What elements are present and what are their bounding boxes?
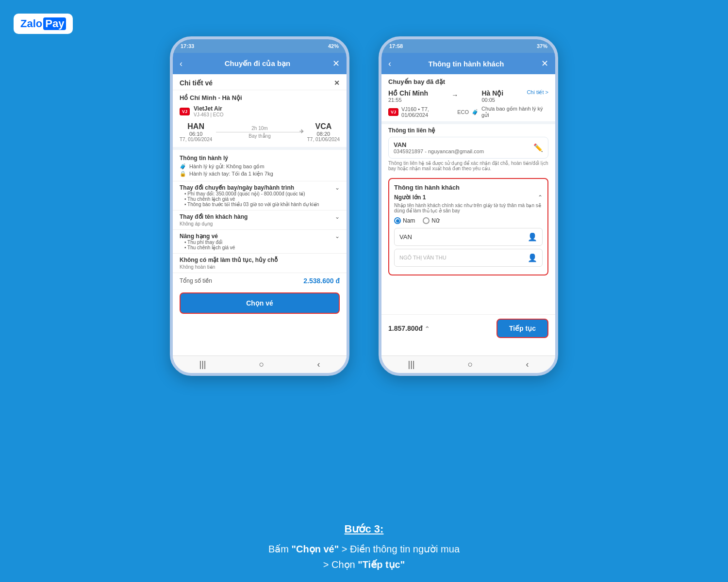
radio-male[interactable]: Nam [394, 217, 415, 224]
contact-name: VAN [394, 141, 484, 148]
screen-left: Chi tiết vé ✕ Hồ Chí Minh - Hà Nội VJ Vi… [173, 74, 347, 359]
contact-section: Thông tin liên hệ VAN 0345921897 - nguya… [381, 121, 555, 174]
change-bullet-2: • Thu chênh lệch giá vé [180, 196, 340, 202]
circle-icon-left[interactable]: ○ [259, 359, 265, 370]
detail-title: Chi tiết vé [180, 79, 213, 87]
change-title: Thay đổi chuyến bay/ngày bay/hành trình [180, 184, 294, 191]
noshow-section: Không có mặt làm thủ tục, hủy chỗ Không … [173, 253, 347, 273]
upgrade-bullet-2: • Thu chênh lệch giá vé [180, 245, 340, 250]
chi-tiet-link[interactable]: Chi tiết > [527, 89, 548, 96]
nav-title-right: Thông tin hành khách [429, 60, 504, 68]
flight-number: VJ160 • T7, 01/06/2024 [401, 106, 454, 118]
from-code: HAN [180, 122, 212, 131]
flight-times: HAN 06:10 T7, 01/06/2024 2h 10m Bay thẳn… [173, 119, 347, 145]
step-label: Bước 3: [0, 523, 728, 535]
noshow-sub: Không hoàn tiền [180, 264, 340, 270]
phone-left: 17:33 42% ‹ Chuyến đi của bạn ✕ Chi tiết… [170, 36, 349, 376]
baggage-item-2: 🔒 Hành lý xách tay: Tối đa 1 kiện 7kg [180, 171, 340, 177]
baggage-icon-right: 🧳 [472, 109, 479, 115]
signal-left: 42% [328, 43, 339, 49]
edit-icon[interactable]: ✏️ [533, 143, 543, 152]
passenger-title: Thông tin hành khách [394, 184, 543, 191]
baggage-icon: 🧳 [180, 163, 186, 170]
baggage-item-1: 🧳 Hành lý ký gửi: Không bao gồm [180, 163, 340, 170]
flight-middle: 2h 10m Bay thẳng [216, 126, 303, 139]
from-time: 06:10 [180, 131, 212, 137]
chevron-down-icon-2[interactable]: ⌄ [335, 213, 340, 220]
close-icon-right[interactable]: ✕ [541, 58, 548, 69]
instruction-line1-prefix: Bấm [268, 544, 292, 554]
flight-line [216, 132, 303, 132]
back-icon-right-nav[interactable]: ‹ [526, 359, 529, 370]
time-left: 17:33 [181, 43, 194, 49]
home-icon-left[interactable]: ||| [199, 359, 206, 370]
baggage-section: Thông tin hành lý 🧳 Hành lý ký gửi: Khôn… [173, 152, 347, 181]
to-city-right: Hà Nội [481, 89, 503, 97]
passenger-section: Thông tin hành khách Người lớn 1 ⌃ Nhập … [388, 178, 548, 275]
radio-circle-male [394, 217, 401, 224]
name-input-1[interactable]: VAN 👤 [394, 228, 543, 246]
back-icon-left[interactable]: ‹ [180, 59, 182, 69]
close-icon-left[interactable]: ✕ [332, 58, 340, 69]
circle-icon-right[interactable]: ○ [468, 359, 473, 370]
back-icon-right[interactable]: ‹ [388, 59, 391, 69]
radio-female[interactable]: Nữ [423, 217, 440, 224]
instruction-tiep-tuc-bold: "Tiếp tục" [358, 559, 405, 570]
person-label: Người lớn 1 [394, 194, 426, 201]
booked-title: Chuyến bay đã đặt [388, 78, 548, 85]
flight-info-row: VJ VJ160 • T7, 01/06/2024 ECO 🧳 Chưa bao… [388, 106, 548, 118]
upgrade-bullet-1: • Thu phí thay đổi [180, 240, 340, 245]
change-bullet-3: • Thông báo trước tối thiểu 03 giờ so vớ… [180, 202, 340, 207]
flight-from: HAN 06:10 T7, 01/06/2024 [180, 122, 212, 142]
instruction-text: Bấm "Chọn vé" > Điền thông tin người mua… [0, 541, 728, 572]
upgrade-section: Nâng hạng vé ⌄ • Thu phí thay đổi • Thu … [173, 229, 347, 253]
passenger-note: Nhập tên hành khách chính xác như trên g… [394, 203, 543, 213]
to-code: VCA [307, 122, 340, 131]
signal-right: 37% [537, 43, 547, 49]
vietjet-badge-right: VJ [388, 108, 398, 116]
contact-title: Thông tin liên hệ [388, 127, 548, 134]
female-label: Nữ [431, 217, 440, 224]
male-label: Nam [403, 217, 415, 224]
vietjet-badge: VJ [180, 108, 190, 115]
airline-code: VJ-463 | ECO [194, 112, 224, 117]
to-time-right: 00:05 [481, 97, 503, 103]
rename-title: Thay đổi tên khách hàng [180, 213, 248, 220]
total-label: Tổng số tiền [180, 277, 212, 284]
contact-detail: 0345921897 - nguyancan@gmail.com [394, 148, 484, 154]
arrow-right-icon: → [451, 91, 458, 99]
to-date: T7, 01/06/2024 [307, 137, 340, 142]
contact-book-icon-2: 👤 [528, 253, 537, 262]
chevron-down-icon[interactable]: ⌄ [335, 184, 340, 191]
bottom-nav-left: ||| ○ ‹ [173, 356, 347, 373]
to-time: 08:20 [307, 131, 340, 137]
chevron-up-icon[interactable]: ⌃ [538, 194, 543, 201]
carry-icon: 🔒 [180, 171, 186, 177]
divider-1 [173, 147, 347, 150]
bottom-nav-right: ||| ○ ‹ [381, 356, 555, 373]
chon-ve-button[interactable]: Chọn vé [180, 292, 340, 314]
from-city-right: Hồ Chí Minh [388, 89, 428, 97]
name-input-2[interactable]: NGÔ THỊ VÂN THU 👤 [394, 249, 543, 267]
from-date: T7, 01/06/2024 [180, 137, 212, 142]
passenger-sub-title: Người lớn 1 ⌃ [394, 194, 543, 201]
back-icon-left-nav[interactable]: ‹ [317, 359, 320, 370]
home-icon-right[interactable]: ||| [408, 359, 415, 370]
noshow-title: Không có mặt làm thủ tục, hủy chỗ [180, 257, 278, 263]
airline-name: VietJet Air [194, 105, 224, 112]
chevron-down-icon-3[interactable]: ⌄ [335, 233, 340, 240]
contact-book-icon: 👤 [528, 232, 537, 242]
tiep-tuc-button[interactable]: Tiếp tục [496, 319, 548, 338]
zalopay-logo: Zalo Pay [14, 14, 73, 34]
contact-card: VAN 0345921897 - nguyancan@gmail.com ✏️ [388, 137, 548, 159]
rename-sub: Không áp dụng [180, 221, 340, 226]
detail-close-icon[interactable]: ✕ [334, 79, 340, 87]
flight-to: VCA 08:20 T7, 01/06/2024 [307, 122, 340, 142]
upgrade-title: Nâng hạng vé [180, 233, 218, 240]
contact-note: Thông tin liên hệ sẽ được sử dụng để xác… [388, 161, 548, 171]
time-right: 17:58 [389, 43, 403, 49]
instruction-chon-ve-bold: "Chọn vé" [292, 544, 339, 554]
baggage-title: Thông tin hành lý [180, 155, 340, 162]
flight-duration: 2h 10m [216, 126, 303, 131]
booked-section: Chuyến bay đã đặt Hồ Chí Minh 21:55 → Hà… [381, 74, 555, 121]
